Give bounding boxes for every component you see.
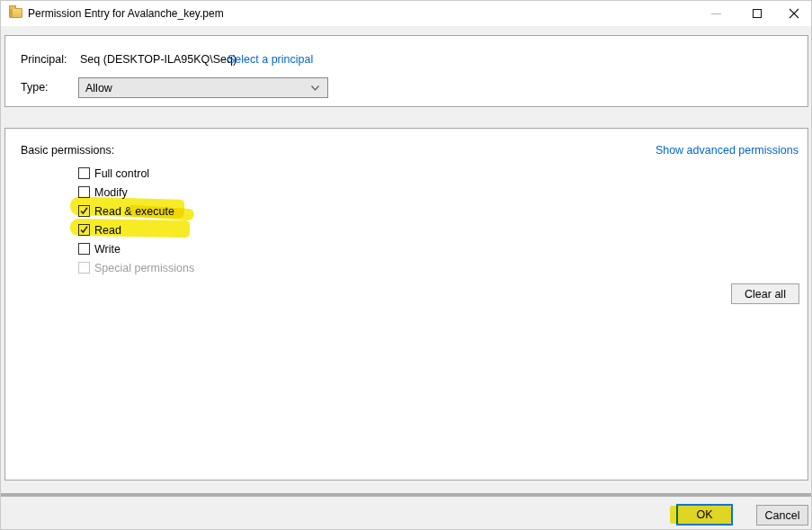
show-advanced-permissions-link[interactable]: Show advanced permissions	[656, 144, 799, 157]
checkbox-row-write[interactable]: Write	[78, 242, 120, 256]
close-icon	[789, 8, 799, 19]
checkbox-label: Modify	[94, 186, 128, 199]
principal-value: Seq (DESKTOP-ILA95KQ\Seq)	[80, 53, 236, 66]
close-button[interactable]	[774, 1, 812, 26]
type-dropdown[interactable]: Allow	[78, 77, 328, 98]
checkmark-icon	[79, 225, 89, 235]
checkbox-read[interactable]	[78, 224, 90, 236]
type-label: Type:	[21, 81, 49, 94]
titlebar: Permission Entry for Avalanche_key.pem	[1, 1, 811, 26]
checkbox-label: Read	[94, 224, 121, 237]
maximize-button[interactable]	[736, 1, 777, 26]
checkbox-label: Special permissions	[94, 262, 194, 274]
basic-permissions-label: Basic permissions:	[21, 144, 114, 157]
basic-permissions-panel	[4, 128, 808, 481]
cancel-button[interactable]: Cancel	[756, 505, 808, 526]
checkbox-label: Full control	[94, 167, 149, 180]
checkbox-row-read-execute[interactable]: Read & execute	[78, 204, 174, 218]
clear-all-button[interactable]: Clear all	[731, 283, 799, 304]
checkbox-label: Read & execute	[94, 205, 174, 218]
checkmark-icon	[79, 206, 89, 216]
select-principal-link[interactable]: Select a principal	[228, 53, 313, 66]
principal-label: Principal:	[21, 53, 67, 66]
checkbox-full-control[interactable]	[78, 167, 90, 179]
minimize-icon	[711, 13, 721, 14]
permission-entry-dialog: Permission Entry for Avalanche_key.pem P…	[0, 0, 812, 530]
window-title: Permission Entry for Avalanche_key.pem	[28, 7, 224, 20]
chevron-down-icon	[311, 85, 319, 91]
maximize-icon	[753, 9, 762, 18]
checkbox-row-special-permissions: Special permissions	[78, 261, 194, 274]
checkbox-modify[interactable]	[78, 186, 90, 198]
ok-button[interactable]: OK	[676, 504, 733, 526]
checkbox-label: Write	[94, 243, 120, 256]
folder-icon	[9, 8, 22, 18]
checkbox-row-modify[interactable]: Modify	[78, 185, 128, 199]
type-dropdown-value: Allow	[85, 82, 112, 94]
checkbox-row-read[interactable]: Read	[78, 223, 121, 237]
checkbox-write[interactable]	[78, 243, 90, 255]
checkbox-special-permissions	[78, 262, 90, 274]
checkbox-row-full-control[interactable]: Full control	[78, 166, 149, 180]
minimize-button[interactable]	[696, 1, 736, 26]
checkbox-read-execute[interactable]	[78, 205, 90, 217]
